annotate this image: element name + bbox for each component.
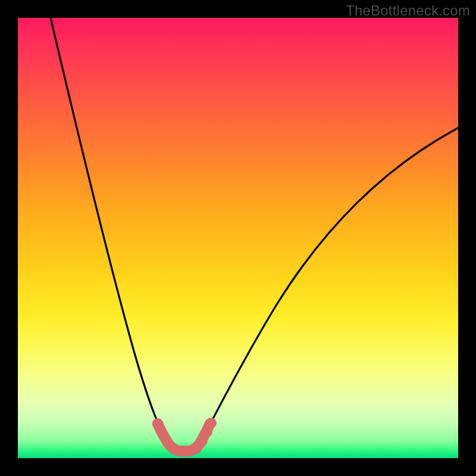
svg-point-9 [206, 418, 217, 428]
watermark-text: TheBottleneck.com [346, 2, 470, 19]
curve-left-branch [51, 18, 167, 441]
svg-point-0 [152, 418, 163, 429]
chart-container: TheBottleneck.com [0, 0, 476, 476]
svg-point-1 [158, 429, 168, 440]
curve-right-branch [201, 128, 458, 441]
plot-area [18, 18, 458, 458]
curve-layer [18, 18, 458, 458]
